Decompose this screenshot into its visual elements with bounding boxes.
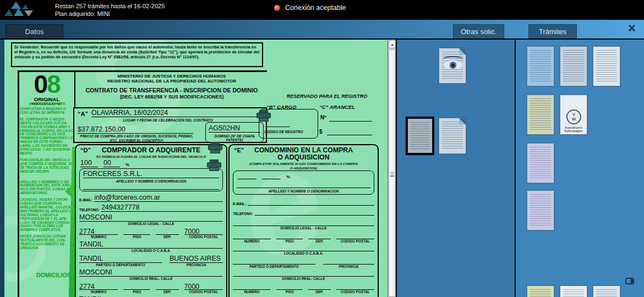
camera-icon[interactable] [625,278,634,284]
condo-percent-blank [262,173,281,179]
thumbnail-form-document[interactable] [527,285,554,297]
scrollbar-grip [390,172,394,177]
printer-icon[interactable] [207,160,221,172]
thumbnail-form-document[interactable] [593,46,620,86]
tab-tramites[interactable]: Trámites [528,24,577,38]
eye-graphic [444,61,462,69]
legal-number-value: 2774 [79,228,118,235]
section-d-label: “D” [80,147,91,153]
thumbnail-page[interactable] [439,118,466,154]
arancel-number-line [329,121,372,122]
thumbnail-eye-document[interactable] [439,48,466,84]
percent-sign: % [125,162,129,167]
condo-city-blank [233,245,374,251]
section-d-buyer: “D” COMPRADOR O ADQUIRENTE SU DOMICILIO … [75,144,227,297]
logo-triangle [14,8,24,16]
dep-caption: DEP. [156,235,178,239]
thumbnail-form-document[interactable] [560,46,587,86]
tab-datos[interactable]: Datos [6,24,63,38]
form-number-block: 08 ORIGINAL PARA LEGAJO “B” [20,73,74,106]
seller-warning: Sr Vendedor: Recuerde que es responsable… [11,42,263,67]
thumbnail-text-lines [563,50,584,82]
form-scrollbar[interactable]: ▲ [388,40,396,297]
real-street-value: MOSCONI [79,268,223,277]
piso-caption: PISO [123,290,150,294]
provincia-value: BUENOS AIRES [170,255,223,263]
app-logo [3,1,37,19]
cp-caption: CODIGO POSTAL [336,290,374,294]
phone-label: TELEFONO: [233,212,253,216]
page-thumbnails-panel [396,40,515,297]
scrollbar-up-arrow[interactable]: ▲ [389,40,396,48]
condo-piso-blank [276,232,303,239]
tab-otras-solicitudes[interactable]: Otras solic. [453,24,504,38]
place-date-caption: LUGAR Y FECHA DE CELEBRACIÓN DEL CONTRAT… [85,118,250,122]
condo-percent-blank [238,173,256,179]
name-caption: APELLIDO Y NOMBRE O DENOMINACION [83,179,219,183]
place-date-value: OLAVARRIA, 16/02/2024 [91,109,264,117]
thumbnail-form-document[interactable] [527,95,554,135]
document-thumbnails-panel: VW Autoahorro Volkswagen [515,40,644,297]
condo-subtitle-1: (COMPLETAR SOLAMENTE SI HAY CONDOMINOS E… [233,162,374,166]
remaining-procedures-text: Restan 257 trámites hasta el 16-02-2025 [55,2,165,10]
instructions-paragraph: EL COMPRADOR O ADQUI-RENTE COLOCARA SUS … [20,118,74,156]
numero-caption: NUMERO [233,239,271,243]
thumbnail-volkswagen-document[interactable]: VW Autoahorro Volkswagen [560,95,587,135]
partido-value: TANDIL [79,255,162,263]
instructions-column: INSTRUCCIONES COMPLETAR A MAQUINA O CON … [20,101,74,253]
thumbnail-certificate-document[interactable] [560,285,587,297]
vw-brand-line: Volkswagen [560,129,587,133]
real-street-caption: DOMICILIO REAL- CALLE [79,277,223,280]
thumbnail-certificate-document[interactable] [593,285,620,297]
ministry-line1: MINISTERIO DE JUSTICIA Y DERECHOS HUMANO… [77,74,266,79]
thumbnail-form-document[interactable] [527,190,554,230]
piso-caption: PISO [276,239,303,243]
vw-letter: W [572,117,576,122]
thumbnail-text-lines [442,122,463,150]
thumbnail-form-document[interactable] [527,143,554,183]
legal-dep-blank [156,228,178,235]
condo-title-2: O ADQUISICION [233,154,374,161]
section-e-condominium: “E” CONDOMINIO EN LA COMPRA O ADQUISICIO… [228,144,379,297]
arancel-amount-line [327,135,372,135]
domain-box: AG502HN DOMINIO (Nº DE CHAPA PATENTE) [205,122,264,142]
partido-caption: PARTIDO O DEPARTAMENTO [79,263,162,267]
piso-caption: PISO [276,290,303,294]
top-status-bar: Restan 257 trámites hasta el 16-02-2025 … [0,0,644,20]
registry-code-line [265,127,290,127]
dep-caption: DEP. [308,290,330,294]
form-border [18,70,19,297]
printer-icon[interactable] [256,110,271,122]
volkswagen-logo: VW [566,109,581,124]
domicilios-label: DOMICILIOS [36,272,70,278]
instructions-paragraph: ENTES JURIDICOS COPIAR TEXTUALMENTE DEL … [20,235,74,250]
scrollbar-thumb[interactable] [389,50,396,297]
real-number-value: 2774 [79,283,118,290]
localidad-caption: LOCALIDAD O C.A.B.A. [233,251,374,255]
thumbnail-text-lines [563,289,584,297]
email-label: E-MAIL: [233,202,246,206]
section-a: “A” OLAVARRIA, 16/02/2024 LUGAR Y FECHA … [73,107,267,143]
cp-caption: CODIGO POSTAL [184,290,223,294]
condo-subtitle-2: O ADQUISICION) [233,166,374,170]
real-street-caption: DOMICILIO REAL- CALLE [233,277,374,280]
plan-text: Plan adquirido: MINI [55,10,165,18]
price-caption: PRECIO DE COMPRA (EN CASO DE OMISION, SU… [75,134,198,142]
condo-legal-street-blank [233,219,374,226]
condo-dep-blank [308,283,330,290]
buyer-title: COMPRADOR O ADQUIRENTE [79,147,223,154]
dep-caption: DEP. [156,290,178,294]
numero-caption: NUMERO [79,235,118,239]
form-divider [74,70,75,107]
thumbnail-selected-page[interactable] [406,117,434,155]
close-icon[interactable]: ✕ [627,23,636,34]
condo-dep-blank [308,232,330,239]
form-header: MINISTERIO DE JUSTICIA Y DERECHOS HUMANO… [77,74,266,100]
thumbnail-text-lines [596,50,617,82]
thumbnail-form-document[interactable] [527,46,554,86]
arancel-number-label: Nº [320,114,326,120]
condo-phone-blank [255,209,374,216]
condo-cp-blank [336,283,374,290]
printer-icon[interactable] [208,142,222,154]
legal-piso-blank [123,228,150,235]
